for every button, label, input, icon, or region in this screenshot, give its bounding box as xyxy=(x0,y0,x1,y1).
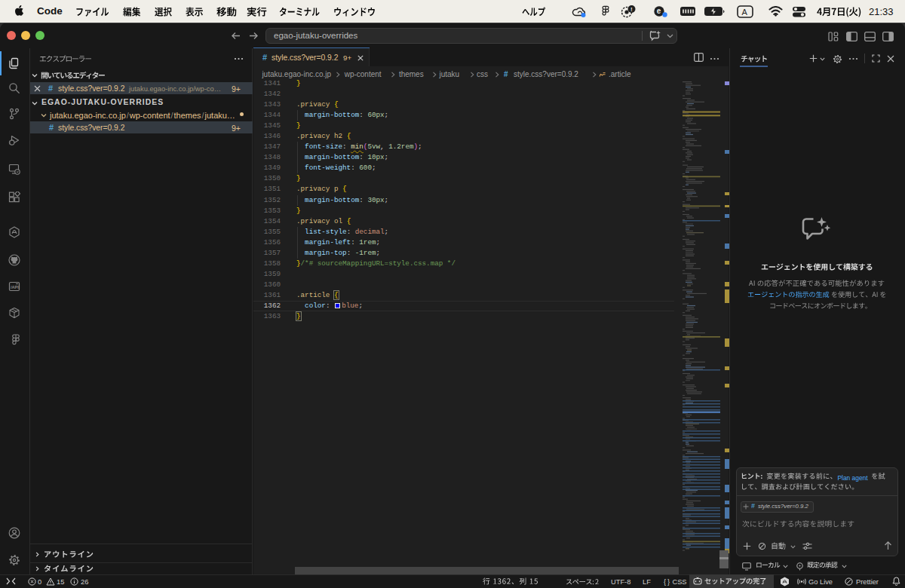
svg-text:/API: /API xyxy=(11,285,19,289)
svg-text:e: e xyxy=(657,7,661,15)
svg-text:A: A xyxy=(742,8,748,17)
svg-text:!: ! xyxy=(630,6,633,13)
